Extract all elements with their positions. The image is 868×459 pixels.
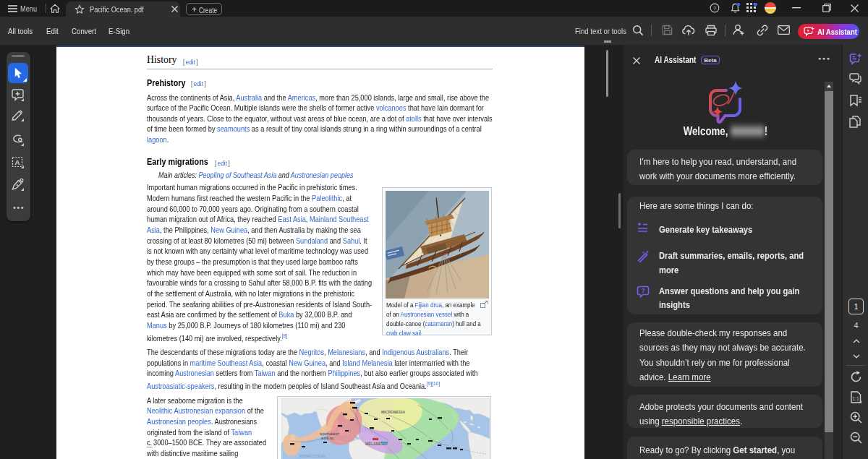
svg-text:INDIAN OCEAN: INDIAN OCEAN	[299, 454, 326, 458]
svg-text:?: ?	[641, 287, 644, 294]
svg-text:1:1: 1:1	[852, 396, 859, 401]
svg-text:A: A	[15, 158, 20, 166]
svg-text:ASIA ISl.: ASIA ISl.	[321, 437, 334, 440]
svg-text:SOUTHEAST: SOUTHEAST	[320, 432, 339, 436]
svg-text:MICRONESIA: MICRONESIA	[381, 410, 405, 414]
svg-text:?: ?	[713, 5, 717, 12]
